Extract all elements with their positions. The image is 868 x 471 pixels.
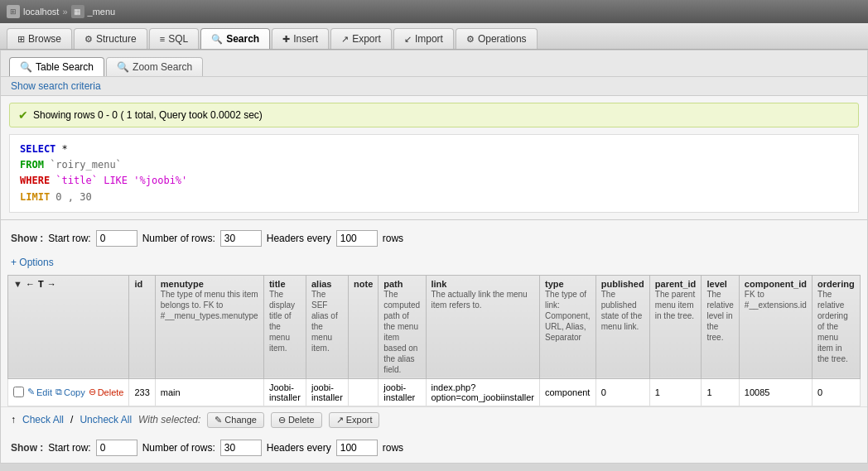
- col-header-note[interactable]: note: [349, 275, 379, 378]
- col-header-parent-id[interactable]: parent_id The parent menu item in the tr…: [649, 275, 702, 378]
- sub-tab-table-search[interactable]: 🔍 Table Search: [9, 57, 104, 76]
- num-rows-input-bottom[interactable]: [220, 440, 262, 456]
- col-header-level[interactable]: level The relative level in the tree.: [702, 275, 739, 378]
- sort-desc-icon[interactable]: ▼: [13, 279, 22, 289]
- right-arrow[interactable]: →: [47, 279, 56, 289]
- table-row: ✎ Edit ⧉ Copy ⊖ Delete: [8, 378, 861, 406]
- col-name-parent-id: parent_id: [655, 279, 697, 289]
- success-message: ✔ Showing rows 0 - 0 ( 1 total, Query to…: [9, 103, 859, 127]
- col-desc-parent-id: The parent menu item in the tree.: [655, 290, 695, 320]
- delete-link[interactable]: ⊖ Delete: [89, 387, 124, 397]
- tab-import[interactable]: ↙ Import: [393, 28, 454, 49]
- show-label-bottom: Show :: [11, 442, 43, 454]
- change-button[interactable]: ✎ Change: [207, 412, 264, 428]
- tab-search[interactable]: 🔍 Search: [200, 28, 270, 49]
- col-header-title[interactable]: title The display title of the menu item…: [263, 275, 306, 378]
- col-desc-level: The relative level in the tree.: [706, 290, 733, 342]
- copy-label: Copy: [64, 387, 85, 397]
- col-name-component-id: component_id: [745, 279, 807, 289]
- tab-sql[interactable]: ≡ SQL: [149, 28, 199, 49]
- col-name-note: note: [354, 279, 373, 289]
- cell-id: 233: [129, 378, 155, 406]
- tab-browse-label: Browse: [28, 33, 61, 45]
- tab-operations[interactable]: ⚙ Operations: [456, 28, 538, 49]
- export-icon: ↗: [341, 34, 349, 45]
- edit-label: Edit: [36, 387, 52, 397]
- cell-path: joobi-installer: [379, 378, 426, 406]
- col-name-type: type: [545, 279, 591, 289]
- show-label-top: Show :: [11, 233, 43, 244]
- col-header-id[interactable]: id: [129, 275, 155, 378]
- edit-link[interactable]: ✎ Edit: [27, 387, 52, 397]
- sql-from-keyword: FROM: [20, 159, 44, 171]
- row-checkbox[interactable]: [13, 387, 24, 397]
- num-rows-input-top[interactable]: [220, 230, 262, 247]
- col-desc-menutype: The type of menu this item belongs to. F…: [161, 290, 258, 320]
- col-header-ordering[interactable]: ordering The relative ordering of the me…: [813, 275, 861, 378]
- tab-insert[interactable]: ✚ Insert: [272, 28, 329, 49]
- sub-tab-zoom-search-label: Zoom Search: [133, 61, 192, 73]
- num-rows-label-bottom: Number of rows:: [142, 442, 215, 454]
- tab-export-label: Export: [352, 33, 381, 45]
- operations-icon: ⚙: [466, 34, 475, 45]
- tab-export[interactable]: ↗ Export: [330, 28, 392, 49]
- uncheck-all-link[interactable]: Uncheck All: [80, 414, 132, 425]
- arrow-up-icon: ↑: [11, 414, 16, 425]
- title-separator: »: [62, 7, 67, 17]
- show-controls-bottom: Show : Start row: Number of rows: Header…: [1, 433, 867, 463]
- headers-input-top[interactable]: [336, 230, 378, 247]
- table-nav-controls: ▼ ← T →: [13, 279, 123, 289]
- start-row-input-top[interactable]: [96, 230, 137, 247]
- sub-tab-zoom-search[interactable]: 🔍 Zoom Search: [106, 57, 203, 76]
- browser-label: localhost: [23, 7, 59, 17]
- t-label: T: [38, 279, 44, 289]
- tab-search-label: Search: [226, 33, 259, 45]
- start-row-label-top: Start row:: [48, 233, 90, 244]
- tab-browse[interactable]: ⊞ Browse: [7, 28, 72, 49]
- export-button[interactable]: ↗ Export: [329, 412, 380, 428]
- edit-icon: ✎: [27, 387, 35, 397]
- col-header-alias[interactable]: alias The SEF alias of the menu item.: [306, 275, 348, 378]
- cell-component-id: 10085: [739, 378, 812, 406]
- col-header-type[interactable]: type The type of link: Component, URL, A…: [540, 275, 596, 378]
- cell-type: component: [540, 378, 596, 406]
- col-header-link[interactable]: link The actually link the menu item ref…: [426, 275, 540, 378]
- check-all-link[interactable]: Check All: [22, 414, 64, 425]
- export-btn-label: Export: [346, 415, 373, 425]
- options-bar[interactable]: + Options: [1, 253, 867, 275]
- start-row-input-bottom[interactable]: [96, 440, 137, 456]
- col-name-id: id: [134, 279, 149, 289]
- num-rows-label-top: Number of rows:: [142, 233, 215, 244]
- browse-icon: ⊞: [17, 34, 25, 45]
- search-nav-icon: 🔍: [211, 34, 223, 45]
- tab-structure[interactable]: ⚙ Structure: [74, 28, 147, 49]
- col-header-published[interactable]: published The published state of the men…: [596, 275, 649, 378]
- col-name-alias: alias: [311, 279, 343, 289]
- delete-button[interactable]: ⊖ Delete: [271, 412, 322, 428]
- bottom-separator: /: [70, 414, 73, 425]
- zoom-search-icon: 🔍: [117, 61, 129, 73]
- col-desc-path: The computed path of the menu item based…: [383, 290, 420, 374]
- headers-input-bottom[interactable]: [336, 440, 378, 456]
- with-selected-label: With selected:: [138, 414, 200, 425]
- sub-tab-table-search-label: Table Search: [36, 61, 94, 73]
- delete-btn-label: Delete: [288, 415, 315, 425]
- col-desc-published: The published state of the menu link.: [601, 290, 642, 331]
- col-desc-title: The display title of the menu item.: [269, 290, 295, 353]
- change-label: Change: [224, 415, 257, 425]
- left-arrow[interactable]: ←: [26, 279, 35, 289]
- copy-icon: ⧉: [55, 387, 62, 397]
- row-actions: ✎ Edit ⧉ Copy ⊖ Delete: [13, 387, 123, 397]
- browser-icon: ⊞: [7, 5, 20, 18]
- col-header-path[interactable]: path The computed path of the menu item …: [379, 275, 426, 378]
- tab-sql-label: SQL: [168, 33, 188, 45]
- cell-link: index.php?option=com_joobiinstaller: [426, 378, 540, 406]
- col-header-menutype[interactable]: menutype The type of menu this item belo…: [155, 275, 263, 378]
- copy-link[interactable]: ⧉ Copy: [55, 387, 85, 397]
- table-search-icon: 🔍: [20, 61, 32, 73]
- show-search-criteria-link[interactable]: Show search criteria: [11, 80, 101, 92]
- sql-table-name: `roiry_menu`: [50, 159, 122, 171]
- delete-btn-icon: ⊖: [278, 415, 286, 425]
- delete-icon: ⊖: [89, 387, 96, 397]
- col-header-component-id[interactable]: component_id FK to #__extensions.id: [739, 275, 812, 378]
